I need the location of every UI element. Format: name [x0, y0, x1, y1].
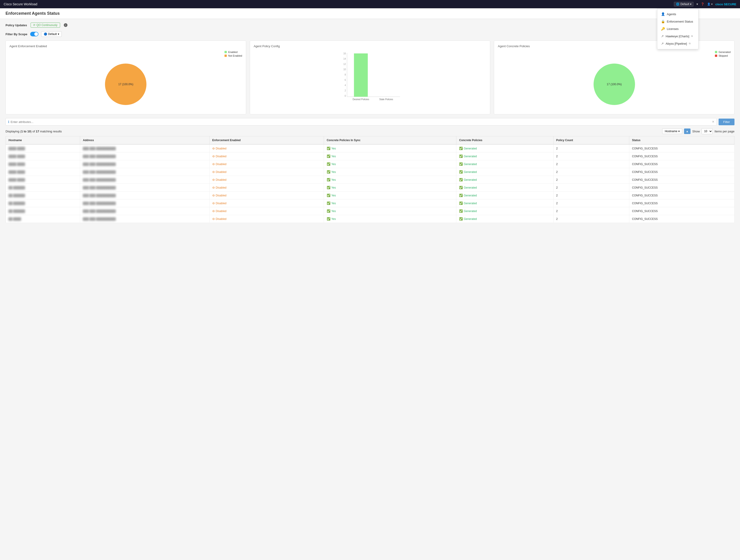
cell-policy-count: 2: [553, 145, 629, 153]
table-row: ████ ████ ███ ███ ██████████ ⊖ Disabled …: [6, 160, 734, 168]
cell-address: ███ ███ ██████████: [80, 145, 209, 153]
desired-policies-bar: [354, 54, 368, 97]
menu-item-agents[interactable]: 👤 Agents: [657, 10, 698, 18]
menu-item-hawkeye[interactable]: ↗ Hawkeye [Charts] ⧉: [657, 32, 698, 40]
agent-enforcement-chart: Agent Enforcement Enabled Enabled Not En…: [6, 40, 246, 114]
cell-concrete: ✅ Generated: [456, 176, 553, 184]
in-sync-value: Yes: [331, 209, 336, 213]
filter-scope-label: Filter By Scope: [6, 32, 27, 36]
in-sync-value: Yes: [331, 155, 336, 158]
svg-text:6: 6: [345, 79, 346, 81]
results-info: Displaying (1 to 10) of 17 matching resu…: [6, 130, 62, 133]
col-concrete-policies: Concrete Policies: [456, 136, 553, 145]
in-sync-value: Yes: [331, 178, 336, 181]
abyss-label: Abyss [Pipeline]: [666, 42, 687, 45]
default-dropdown-btn[interactable]: 🌐 Default ▾: [674, 2, 693, 6]
disabled-icon: ⊖: [212, 217, 215, 220]
menu-item-abyss[interactable]: ↗ Abyss [Pipeline] ⧉: [657, 40, 698, 47]
cell-hostname: ████ ████: [6, 168, 80, 176]
help-icon[interactable]: ❓: [701, 3, 704, 6]
hawkeye-icon: ↗: [661, 34, 664, 38]
concrete-value: Generated: [464, 147, 477, 150]
col-status: Status: [629, 136, 734, 145]
refresh-icon: ⟳: [33, 23, 35, 27]
cell-enforcement: ⊖ Disabled: [209, 207, 324, 215]
hostname-sort-label: Hostname: [665, 130, 677, 133]
cell-enforcement: ⊖ Disabled: [209, 199, 324, 207]
cell-policy-count: 2: [553, 215, 629, 223]
filter-bar: ℹ × Filter: [6, 118, 734, 125]
cell-concrete: ✅ Generated: [456, 215, 553, 223]
concrete-value: Generated: [464, 170, 477, 174]
cell-address: ███ ███ ██████████: [80, 153, 209, 160]
svg-text:Stale Policies: Stale Policies: [379, 98, 393, 101]
enabled-dot: [224, 51, 227, 53]
show-label: Show: [692, 130, 700, 133]
svg-text:Desired Policies: Desired Policies: [353, 98, 369, 101]
agent-enforcement-title: Agent Enforcement Enabled: [9, 44, 242, 48]
sort-asc-btn[interactable]: ▲: [684, 128, 690, 134]
cell-enforcement: ⊖ Disabled: [209, 215, 324, 223]
cell-address: ███ ███ ██████████: [80, 192, 209, 199]
user-icon[interactable]: 👤 ▾: [707, 3, 713, 6]
cell-concrete: ✅ Generated: [456, 145, 553, 153]
cell-concrete: ✅ Generated: [456, 192, 553, 199]
generated-icon: ✅: [459, 217, 463, 220]
enforcement-value: Disabled: [216, 155, 226, 158]
data-table-wrap: Hostname Address Enforcement Enabled Con…: [6, 136, 734, 223]
table-controls: Hostname ▾ ▲ Show 10 25 50 Items per pag…: [662, 128, 734, 134]
nav-controls: 🌐 Default ▾ ♥ ❓ 👤 ▾ cisco SECURE: [674, 2, 736, 6]
cell-in-sync: ✅ Yes: [324, 168, 456, 176]
filter-button[interactable]: Filter: [719, 118, 734, 125]
items-per-page-label: Items per page: [715, 130, 734, 133]
cell-policy-count: 2: [553, 176, 629, 184]
policy-updates-row: Policy Updates ⟳ QO Continuously i: [6, 22, 734, 28]
not-enabled-label: Not Enabled: [228, 54, 242, 57]
default-btn-label: Default: [680, 3, 689, 6]
cell-policy-count: 2: [553, 192, 629, 199]
bar-chart-wrapper: 0 2 4 6 8 10 12 14 16 Desired Policies S…: [254, 51, 486, 110]
cell-hostname: ████ ████: [6, 176, 80, 184]
concrete-value: Generated: [464, 186, 477, 189]
info-icon[interactable]: i: [64, 23, 68, 27]
sort-hostname-btn[interactable]: Hostname ▾: [662, 128, 682, 134]
menu-item-enforcement-status[interactable]: 🔒 Enforcement Status: [657, 18, 698, 25]
svg-text:16: 16: [343, 52, 346, 55]
generated-icon: ✅: [459, 194, 463, 197]
cell-address: ███ ███ ██████████: [80, 160, 209, 168]
policy-updates-label: Policy Updates: [6, 23, 27, 27]
cell-hostname: ██ ████: [6, 215, 80, 223]
scope-toggle[interactable]: [30, 32, 38, 36]
cell-address: ███ ███ ██████████: [80, 199, 209, 207]
heart-icon[interactable]: ♥: [696, 3, 698, 6]
enforcement-value: Disabled: [216, 217, 226, 220]
cell-status: CONFIG_SUCCESS: [629, 215, 734, 223]
filter-input[interactable]: [11, 120, 711, 124]
legend-not-enabled: Not Enabled: [224, 54, 242, 57]
in-sync-value: Yes: [331, 147, 336, 150]
policy-config-bar-svg: 0 2 4 6 8 10 12 14 16 Desired Policies S…: [254, 51, 486, 106]
cell-address: ███ ███ ██████████: [80, 184, 209, 192]
svg-text:10: 10: [343, 68, 346, 71]
skipped-dot: [715, 55, 717, 57]
clear-filter-btn[interactable]: ×: [712, 120, 714, 124]
scope-dropdown-btn[interactable]: 🔵 Default ▾: [41, 31, 62, 37]
concrete-value: Generated: [464, 155, 477, 158]
yes-icon: ✅: [327, 217, 331, 220]
continuously-badge[interactable]: ⟳ QO Continuously: [31, 22, 60, 28]
concrete-value: Generated: [464, 163, 477, 166]
svg-text:2: 2: [345, 89, 346, 92]
menu-item-licenses[interactable]: 🔑 Licenses: [657, 25, 698, 32]
continuously-label: QO Continuously: [36, 23, 57, 27]
cell-status: CONFIG_SUCCESS: [629, 168, 734, 176]
per-page-select[interactable]: 10 25 50: [702, 128, 713, 134]
filter-scope-row: Filter By Scope 🔵 Default ▾: [6, 31, 734, 37]
enforcement-status-label: Enforcement Status: [667, 20, 693, 23]
cell-in-sync: ✅ Yes: [324, 153, 456, 160]
concrete-pie-container: Generated Skipped 17 (100.0%): [498, 51, 731, 110]
svg-text:8: 8: [345, 74, 346, 76]
licenses-icon: 🔑: [661, 27, 665, 31]
table-header-row: Hostname Address Enforcement Enabled Con…: [6, 136, 734, 145]
enforcement-value: Disabled: [216, 170, 226, 174]
cell-enforcement: ⊖ Disabled: [209, 184, 324, 192]
